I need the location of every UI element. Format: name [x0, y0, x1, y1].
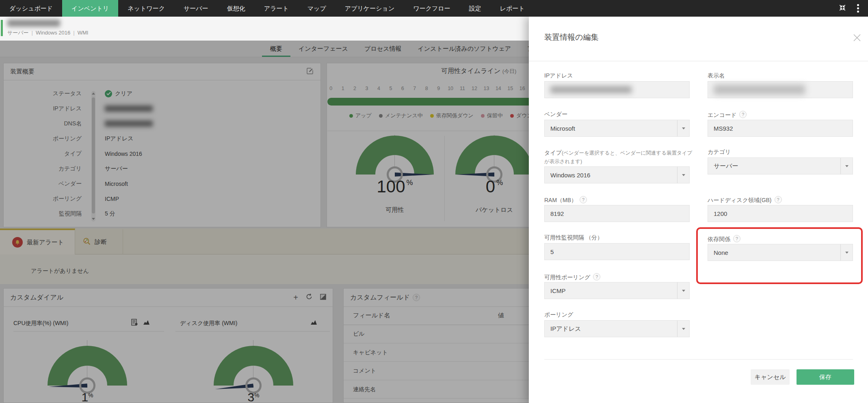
display-name-input[interactable] — [708, 81, 853, 98]
collapse-icon[interactable] — [838, 4, 846, 13]
help-icon[interactable]: ? — [580, 196, 587, 203]
nav-item[interactable]: サーバー — [174, 0, 218, 17]
ip-input[interactable] — [544, 81, 690, 98]
nav-item[interactable]: 仮想化 — [218, 0, 255, 17]
chevron-down-icon[interactable] — [677, 167, 689, 183]
help-icon[interactable]: ? — [733, 235, 740, 242]
category-label: カテゴリ — [708, 149, 731, 156]
blurred-value — [714, 85, 805, 95]
nav-item[interactable]: 設定 — [460, 0, 491, 17]
chevron-down-icon[interactable] — [677, 321, 689, 337]
nav-item[interactable]: ネットワーク — [118, 0, 174, 17]
chevron-down-icon[interactable] — [840, 244, 853, 261]
type-note: (ベンダーを選択すると、ベンダーに関連する装置タイプが表示されます) — [544, 150, 692, 164]
status-accent-bar — [1, 20, 3, 36]
help-icon[interactable]: ? — [775, 196, 782, 203]
nav-item[interactable]: アラート — [255, 0, 298, 17]
ip-label: IPアドレス — [544, 72, 573, 80]
polling-label: ポーリング — [544, 311, 573, 319]
chevron-down-icon[interactable] — [677, 120, 689, 136]
cancel-button[interactable]: キャンセル — [751, 369, 790, 385]
chevron-down-icon[interactable] — [840, 158, 853, 174]
nav-item[interactable]: インベントリ — [62, 0, 118, 17]
device-subtitle: サーバー|Windows 2016|WMI — [7, 29, 88, 37]
more-menu-icon[interactable] — [855, 2, 862, 14]
disk-input[interactable]: 1200 — [708, 205, 853, 222]
polling-select[interactable]: IPアドレス — [544, 320, 690, 337]
device-type: Windows 2016 — [36, 30, 70, 36]
nav-item[interactable]: アプリケーション — [336, 0, 404, 17]
help-icon[interactable]: ? — [739, 111, 747, 118]
disk-label: ハードディスク領域(GB)? — [708, 196, 782, 204]
nav-item[interactable]: マップ — [298, 0, 336, 17]
type-select[interactable]: Windows 2016 — [544, 166, 690, 183]
availability-polling-select[interactable]: ICMP — [544, 282, 690, 299]
nav-item[interactable]: ワークフロー — [404, 0, 459, 17]
vendor-label: ベンダー — [544, 111, 567, 118]
device-name-blurred — [7, 19, 60, 27]
chevron-down-icon[interactable] — [677, 282, 689, 299]
availability-interval-input[interactable]: 5 — [544, 243, 690, 260]
encode-label: エンコード? — [708, 111, 747, 119]
device-protocol: WMI — [78, 30, 89, 36]
modal-divider — [529, 61, 868, 61]
blurred-value — [550, 86, 632, 93]
display-name-label: 表示名 — [708, 72, 725, 80]
nav-item[interactable]: ダッシュボード — [0, 0, 62, 17]
dependency-label: 依存関係? — [708, 235, 740, 243]
availability-polling-label: 可用性ポーリング? — [544, 273, 600, 281]
close-icon[interactable] — [852, 33, 862, 44]
availability-interval-label: 可用性監視間隔 （分） — [544, 234, 603, 241]
vendor-select[interactable]: Microsoft — [544, 120, 690, 137]
ram-label: RAM（MB）? — [544, 196, 587, 204]
footer-divider — [544, 359, 853, 360]
type-label: タイプ(ベンダーを選択すると、ベンダーに関連する装置タイプが表示されます) — [544, 149, 695, 166]
save-button[interactable]: 保存 — [797, 369, 854, 385]
help-icon[interactable]: ? — [593, 273, 600, 280]
device-category: サーバー — [7, 30, 29, 36]
dependency-select[interactable]: None — [708, 244, 853, 261]
category-select[interactable]: サーバー — [708, 157, 853, 175]
modal-title: 装置情報の編集 — [544, 32, 598, 43]
edit-device-modal: 装置情報の編集 IPアドレス 表示名 ベンダー Microsoft エンコード?… — [529, 17, 868, 403]
nav-item[interactable]: レポート — [491, 0, 534, 17]
top-nav: ダッシュボード インベントリ ネットワーク サーバー 仮想化 アラート マップ … — [0, 0, 868, 17]
ram-input[interactable]: 8192 — [544, 205, 690, 222]
encode-input[interactable]: MS932 — [708, 120, 853, 137]
